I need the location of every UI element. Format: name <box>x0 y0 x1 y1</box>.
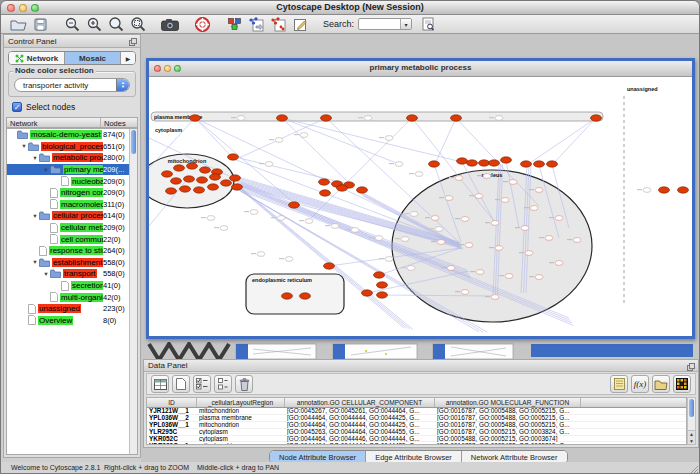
selected-node[interactable] <box>521 161 532 167</box>
selected-node[interactable] <box>467 160 478 166</box>
column-header[interactable]: annotation.GO CELLULAR_COMPONENT <box>285 398 435 407</box>
selected-node[interactable] <box>228 154 239 160</box>
selected-node[interactable] <box>678 187 689 193</box>
help-button[interactable] <box>191 16 213 33</box>
unselected-node[interactable] <box>305 219 313 224</box>
selected-node[interactable] <box>377 292 388 298</box>
search-index-button[interactable] <box>417 16 439 33</box>
nucleus-node[interactable] <box>491 221 499 226</box>
tree-expand-arrow-icon[interactable]: ▼ <box>31 155 39 161</box>
nucleus-node[interactable] <box>509 180 517 185</box>
unselected-node[interactable] <box>265 162 273 167</box>
search-dropdown-arrow[interactable]: ▾ <box>400 19 411 29</box>
selected-node[interactable] <box>591 115 602 121</box>
unselected-node[interactable] <box>275 138 283 143</box>
unselected-node[interactable] <box>331 224 339 229</box>
selected-node[interactable] <box>374 272 385 278</box>
selected-node[interactable] <box>277 115 288 121</box>
tab-overflow-arrow[interactable]: ▶ <box>121 52 135 64</box>
network-frame-titlebar[interactable]: primary metabolic process <box>149 61 692 77</box>
unselected-node[interactable] <box>495 116 503 121</box>
network-view-frame[interactable]: primary metabolic process plasma membran… <box>146 58 695 339</box>
nucleus-node[interactable] <box>455 176 463 181</box>
tree-row[interactable]: nucleobase-c209(0) <box>7 175 137 187</box>
tree-row[interactable]: macromolecule311(0) <box>7 199 137 211</box>
nucleus-node[interactable] <box>465 243 473 248</box>
unselected-node[interactable] <box>277 216 285 221</box>
nucleus-node[interactable] <box>555 261 563 266</box>
selected-node[interactable] <box>457 158 468 164</box>
zoom-out-button[interactable] <box>61 16 83 33</box>
selected-node[interactable] <box>184 176 195 182</box>
selected-node[interactable] <box>479 160 490 166</box>
tab-network[interactable]: Network <box>9 52 65 64</box>
nucleus-node[interactable] <box>461 217 469 222</box>
zoom-selected-button[interactable] <box>127 16 149 33</box>
selected-node[interactable] <box>489 160 500 166</box>
import-network-blue-button[interactable] <box>245 16 267 33</box>
tree-row[interactable]: nitrogen compo209(0) <box>7 187 137 199</box>
selected-node[interactable] <box>451 115 462 121</box>
unselected-node[interactable] <box>207 216 215 221</box>
overview-panel-button[interactable] <box>223 16 245 33</box>
selected-node[interactable] <box>162 171 173 177</box>
unselected-node[interactable] <box>250 210 258 215</box>
manual-annotation-button[interactable] <box>289 16 311 33</box>
attribute-table[interactable]: ID_cellularLayoutRegionannotation.GO CEL… <box>146 397 687 445</box>
selected-node[interactable] <box>171 178 182 184</box>
nucleus-node[interactable] <box>495 246 503 251</box>
selected-node[interactable] <box>282 293 293 299</box>
selected-node[interactable] <box>208 184 219 190</box>
selected-node[interactable] <box>180 186 191 192</box>
nucleus-node[interactable] <box>573 238 581 243</box>
snapshot-button[interactable] <box>159 16 181 33</box>
resize-grip[interactable] <box>688 464 698 472</box>
select-nodes-checkbox[interactable]: ✓ <box>12 102 22 112</box>
unselected-node[interactable] <box>643 188 651 193</box>
nucleus-node[interactable] <box>530 206 538 211</box>
nucleus-node[interactable] <box>535 275 543 280</box>
tree-expand-arrow-icon[interactable]: ▼ <box>42 271 50 277</box>
unselected-node[interactable] <box>415 172 423 177</box>
node-color-dropdown[interactable]: transporter activity ▲▼ <box>14 78 130 92</box>
tree-row[interactable]: ▼metabolic process280(0) <box>7 152 137 164</box>
table-row[interactable]: YDR039C__1mitochondrion[GO:0044464, GO:0… <box>147 442 686 445</box>
tree-row[interactable]: response to stimulu264(0) <box>7 245 137 257</box>
unselected-node[interactable] <box>395 162 403 167</box>
search-input[interactable]: ▾ <box>358 18 412 30</box>
selected-node[interactable] <box>362 290 373 296</box>
tree-scrollbar-thumb[interactable] <box>131 130 136 154</box>
selected-node[interactable] <box>429 161 440 167</box>
unselected-node[interactable] <box>407 266 415 271</box>
selected-node[interactable] <box>407 115 418 121</box>
matrix-button[interactable] <box>673 375 691 393</box>
tree-header-nodes[interactable]: Nodes <box>101 118 137 127</box>
selected-node[interactable] <box>187 163 198 169</box>
selected-node[interactable] <box>232 184 243 190</box>
selected-node[interactable] <box>547 161 558 167</box>
selected-node[interactable] <box>320 190 331 196</box>
tree-expand-arrow-icon[interactable]: ▼ <box>31 213 39 219</box>
float-panel-icon[interactable] <box>129 38 137 48</box>
tree-row[interactable]: ▼cellular process614(0) <box>7 210 137 222</box>
tree-row[interactable]: ▼primary metabo209(... <box>7 164 137 176</box>
selected-node[interactable] <box>194 187 205 193</box>
nucleus-node[interactable] <box>437 240 445 245</box>
nucleus-node[interactable] <box>555 216 563 221</box>
window-titlebar[interactable]: Cytoscape Desktop (New Session) <box>1 1 699 15</box>
selected-node[interactable] <box>210 174 221 180</box>
unselected-node[interactable] <box>364 116 372 121</box>
selected-node[interactable] <box>501 157 512 163</box>
select-all-attributes-button[interactable] <box>193 375 211 393</box>
selected-node[interactable] <box>190 115 201 121</box>
nucleus-node[interactable] <box>475 194 483 199</box>
notes-button[interactable] <box>610 375 628 393</box>
tree-expand-arrow-icon[interactable]: ▼ <box>20 143 28 149</box>
nucleus-node[interactable] <box>447 266 455 271</box>
unselected-node[interactable] <box>410 212 418 217</box>
save-session-button[interactable] <box>29 16 51 33</box>
tree-row[interactable]: secretion41(0) <box>7 280 137 292</box>
nucleus-node[interactable] <box>483 174 491 179</box>
unselected-node[interactable] <box>351 228 359 233</box>
selected-node[interactable] <box>289 202 300 208</box>
